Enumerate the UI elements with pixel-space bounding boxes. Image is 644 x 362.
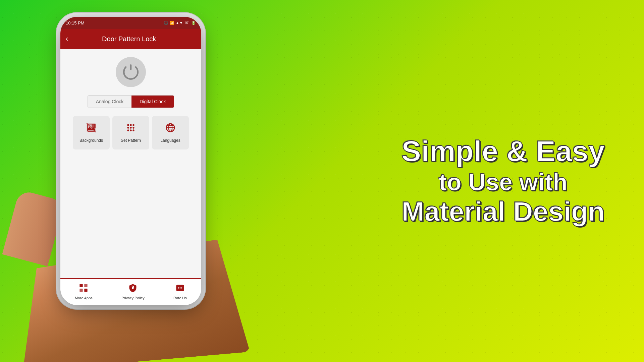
svg-point-27 [179,288,181,289]
svg-rect-22 [85,289,88,292]
set-pattern-label: Set Pattern [121,138,141,143]
power-button-container [116,57,146,87]
tagline-line3: Material Design [389,197,617,227]
menu-item-backgrounds[interactable]: Backgrounds [73,116,110,149]
set-pattern-icon [125,122,136,135]
svg-point-5 [127,124,129,126]
svg-point-13 [132,130,134,131]
more-apps-icon [79,283,88,295]
languages-svg [165,122,176,133]
power-icon [122,64,139,80]
privacy-svg [128,283,138,293]
status-icons: 🎧 📶 ▲▼ 161 🔋 [164,21,196,25]
back-button[interactable]: ‹ [66,35,68,43]
finger-1 [2,189,65,266]
rate-svg [175,283,185,293]
svg-point-8 [127,127,129,129]
svg-point-12 [130,130,131,131]
menu-item-languages[interactable]: Languages [152,116,189,149]
rate-icon [175,283,185,295]
svg-point-28 [181,288,182,289]
privacy-icon [128,283,138,295]
battery-icon: 🔋 [191,21,196,25]
svg-rect-3 [92,124,96,128]
headphone-icon: 🎧 [164,21,168,25]
analog-clock-button[interactable]: Analog Clock [88,96,132,108]
svg-point-7 [132,124,134,126]
more-apps-svg [79,283,88,293]
nav-item-rate-us[interactable]: Rate Us [173,283,187,300]
rate-us-label: Rate Us [173,296,187,300]
backgrounds-label: Backgrounds [79,138,103,143]
status-time: 10:15 PM [66,20,85,25]
tagline-line2: to Use with [389,168,617,196]
languages-label: Languages [160,138,180,143]
signal-icon: ▲▼ [176,21,183,25]
app-title: Door Pattern Lock [72,35,186,43]
pattern-svg [125,122,136,133]
phone-wrapper: 10:15 PM 🎧 📶 ▲▼ 161 🔋 ‹ Door Pattern Loc… [44,7,238,355]
more-apps-label: More Apps [75,296,93,300]
phone-body: 10:15 PM 🎧 📶 ▲▼ 161 🔋 ‹ Door Pattern Loc… [60,17,201,305]
nav-item-privacy-policy[interactable]: Privacy Policy [121,283,144,300]
svg-point-10 [132,127,134,129]
tagline-line1: Simple & Easy [389,135,617,168]
backgrounds-svg [86,122,97,133]
app-content: Analog Clock Digital Clock [60,49,201,278]
digital-clock-button[interactable]: Digital Clock [131,96,174,108]
app-header: ‹ Door Pattern Lock [60,29,201,49]
scene: Simple & Easy to Use with Material Desig… [0,0,644,362]
wifi-icon: 📶 [170,21,174,25]
lte-icon: 161 [184,21,190,25]
languages-icon [165,122,176,135]
bottom-nav: More Apps Privacy Policy [60,278,201,305]
svg-rect-20 [85,284,88,287]
menu-item-set-pattern[interactable]: Set Pattern [112,116,149,149]
backgrounds-icon [86,122,97,135]
nav-item-more-apps[interactable]: More Apps [75,283,93,300]
svg-point-9 [130,127,131,129]
svg-point-11 [127,130,129,131]
svg-point-6 [130,124,131,126]
svg-rect-21 [80,289,83,292]
tagline-container: Simple & Easy to Use with Material Desig… [389,135,617,227]
phone-inner: 10:15 PM 🎧 📶 ▲▼ 161 🔋 ‹ Door Pattern Loc… [60,17,201,305]
status-bar: 10:15 PM 🎧 📶 ▲▼ 161 🔋 [60,17,201,29]
privacy-label: Privacy Policy [121,296,144,300]
menu-grid: Backgrounds [66,116,196,149]
svg-point-26 [178,288,179,289]
svg-rect-19 [80,284,83,287]
power-button[interactable] [116,57,146,87]
clock-toggle: Analog Clock Digital Clock [88,95,174,108]
